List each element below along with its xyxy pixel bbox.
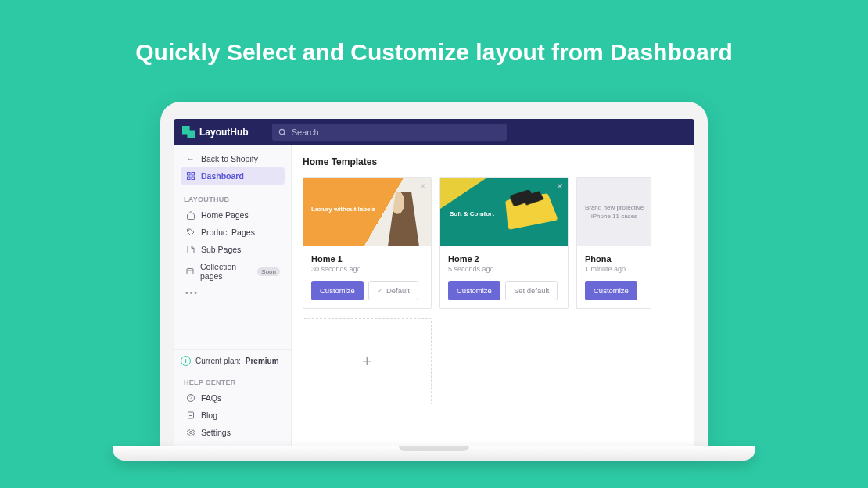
sidebar-item-label: Settings xyxy=(201,428,231,437)
sidebar-item-label: FAQs xyxy=(201,393,221,403)
sidebar-item-blog[interactable]: Blog xyxy=(181,407,285,424)
thumbnail-caption: Luxury without labels xyxy=(311,206,375,213)
thumbnail-caption: Soft & Comfort xyxy=(450,210,494,217)
hero-title: Quickly Select and Customize layout from… xyxy=(0,0,868,66)
template-cards-row: × Luxury without labels Home 1 30 second… xyxy=(303,177,683,309)
brand-logo-icon xyxy=(182,126,195,138)
svg-rect-7 xyxy=(187,269,193,274)
soon-badge: Soon xyxy=(257,267,280,276)
collection-icon xyxy=(185,267,195,276)
default-button[interactable]: ✓Default xyxy=(368,281,418,300)
sidebar-section-label: LAYOUTHUB xyxy=(174,189,291,206)
page-title: Home Templates xyxy=(303,156,683,167)
svg-point-14 xyxy=(189,432,192,434)
help-icon xyxy=(185,393,195,403)
home-icon xyxy=(185,210,195,220)
sidebar-item-faqs[interactable]: FAQs xyxy=(181,389,285,407)
search-bar[interactable] xyxy=(272,124,507,141)
sidebar-item-settings[interactable]: Settings xyxy=(181,424,285,441)
thumbnail-caption: Brand new protective iPhone 11 cases xyxy=(585,203,644,221)
template-time: 5 seconds ago xyxy=(448,265,560,273)
template-thumbnail[interactable]: × Soft & Comfort xyxy=(440,178,568,246)
template-card: Brand new protective iPhone 11 cases Pho… xyxy=(576,177,651,309)
arrow-left-icon: ← xyxy=(185,154,195,163)
check-icon: ✓ xyxy=(377,286,383,295)
template-card: × Soft & Comfort Home 2 5 seconds ago Cu… xyxy=(439,177,569,309)
svg-point-6 xyxy=(188,231,189,231)
main-content: Home Templates × Luxury without labels xyxy=(292,145,694,446)
sidebar-item-label: Dashboard xyxy=(201,171,244,181)
help-section-label: HELP CENTER xyxy=(174,372,291,389)
template-time: 1 minute ago xyxy=(585,265,644,273)
sidebar-item-dashboard[interactable]: Dashboard xyxy=(181,167,285,185)
sidebar-item-label: Product Pages xyxy=(201,228,255,237)
template-name: Home 2 xyxy=(448,254,560,264)
template-name: Phona xyxy=(585,254,644,264)
search-input[interactable] xyxy=(292,127,500,137)
template-thumbnail[interactable]: Brand new protective iPhone 11 cases xyxy=(577,178,651,246)
add-template-card[interactable]: + xyxy=(303,318,432,404)
sidebar-item-label: Sub Pages xyxy=(201,245,241,254)
topbar: LayoutHub xyxy=(174,119,694,145)
brand-name: LayoutHub xyxy=(199,127,249,138)
close-icon[interactable]: × xyxy=(420,181,426,192)
plan-value: Premium xyxy=(246,357,279,365)
sidebar-item-sub-pages[interactable]: Sub Pages xyxy=(181,241,285,258)
info-icon: i xyxy=(181,356,191,366)
plan-prefix: Current plan: xyxy=(195,357,241,365)
template-time: 30 seconds ago xyxy=(311,265,423,273)
svg-rect-4 xyxy=(187,177,190,180)
sidebar-item-home-pages[interactable]: Home Pages xyxy=(181,206,285,224)
customize-button[interactable]: Customize xyxy=(311,281,364,300)
customize-button[interactable]: Customize xyxy=(585,281,637,300)
template-name: Home 1 xyxy=(311,254,423,264)
set-default-button[interactable]: Set default xyxy=(505,281,558,300)
close-icon[interactable]: × xyxy=(557,181,563,192)
sidebar-item-label: Home Pages xyxy=(201,210,249,220)
sidebar-item-product-pages[interactable]: Product Pages xyxy=(181,224,285,241)
sidebar-item-collection-pages[interactable]: Collection pages Soon xyxy=(181,258,285,285)
plan-row[interactable]: i Current plan: Premium xyxy=(174,349,291,372)
laptop-base xyxy=(113,446,755,461)
more-menu[interactable]: ••• xyxy=(181,285,285,300)
back-to-shopify[interactable]: ← Back to Shopify xyxy=(181,150,285,167)
sidebar-item-label: Back to Shopify xyxy=(201,154,258,163)
svg-rect-5 xyxy=(192,177,195,180)
grid-icon xyxy=(185,171,195,181)
svg-point-10 xyxy=(190,400,191,400)
svg-point-0 xyxy=(279,129,284,134)
page-icon xyxy=(185,245,195,254)
sidebar-item-label: Blog xyxy=(201,411,217,420)
brand[interactable]: LayoutHub xyxy=(182,126,249,138)
customize-button[interactable]: Customize xyxy=(448,281,500,300)
tag-icon xyxy=(185,228,195,237)
svg-rect-2 xyxy=(187,173,190,176)
plus-icon: + xyxy=(362,351,372,371)
sidebar-item-label: Collection pages xyxy=(200,262,252,281)
sidebar: ← Back to Shopify Dashboard LAYOUTHUB xyxy=(174,145,292,446)
gear-icon xyxy=(185,428,195,437)
blog-icon xyxy=(185,411,195,420)
svg-rect-3 xyxy=(192,173,195,176)
template-card: × Luxury without labels Home 1 30 second… xyxy=(303,177,432,309)
search-icon xyxy=(278,128,287,137)
svg-line-1 xyxy=(284,133,285,135)
laptop-mockup: LayoutHub ← Back to Shopify xyxy=(160,102,708,461)
template-thumbnail[interactable]: × Luxury without labels xyxy=(303,178,431,246)
